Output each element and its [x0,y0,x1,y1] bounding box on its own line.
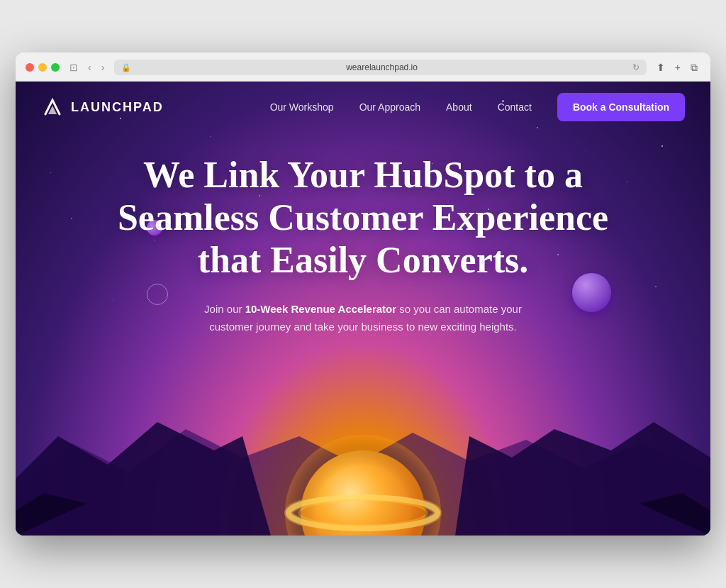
browser-chrome: ⊡ ‹ › 🔒 ↻ ⬆ + ⧉ [16,52,710,82]
window-toggle-button[interactable]: ⊡ [67,61,81,74]
book-consultation-button[interactable]: Book a Consultation [557,93,685,121]
hero-content: We Link Your HubSpot to a Seamless Custo… [16,133,710,336]
logo-area: LAUNCHPAD [41,96,164,118]
traffic-lights [26,63,60,72]
hero-title: We Link Your HubSpot to a Seamless Custo… [115,154,611,281]
forward-button[interactable]: › [99,61,108,74]
back-button[interactable]: ‹ [85,61,94,74]
nav-link-workshop[interactable]: Our Workshop [270,101,334,113]
security-icon: 🔒 [121,63,131,72]
logo-icon [41,96,64,118]
traffic-light-red[interactable] [26,63,34,72]
planet-saturn [278,408,448,536]
nav-link-approach[interactable]: Our Approach [359,101,420,113]
svg-marker-1 [16,422,271,536]
website-content: LAUNCHPAD Our Workshop Our Approach Abou… [16,82,710,536]
browser-controls: ⊡ ‹ › [67,61,107,74]
nav-links: Our Workshop Our Approach About Contact [270,101,532,113]
subtitle-plain: Join our [204,303,245,315]
logo-text: LAUNCHPAD [71,100,164,115]
browser-window: ⊡ ‹ › 🔒 ↻ ⬆ + ⧉ [16,52,710,536]
svg-marker-2 [455,422,710,536]
browser-actions: ⬆ + ⧉ [654,60,700,75]
traffic-light-yellow[interactable] [38,63,47,72]
nav-link-contact[interactable]: Contact [498,101,532,113]
windows-button[interactable]: ⧉ [688,60,700,75]
traffic-light-green[interactable] [51,63,60,72]
reload-icon[interactable]: ↻ [632,62,640,72]
new-tab-button[interactable]: + [672,60,683,74]
subtitle-bold: 10-Week Revenue Accelerator [245,303,396,315]
nav-link-about[interactable]: About [446,101,472,113]
address-bar-wrap: 🔒 ↻ [114,60,646,75]
share-button[interactable]: ⬆ [654,60,668,74]
navbar: LAUNCHPAD Our Workshop Our Approach Abou… [16,82,710,133]
hero-subtitle: Join our 10-Week Revenue Accelerator so … [186,301,540,336]
address-bar[interactable] [135,62,627,72]
